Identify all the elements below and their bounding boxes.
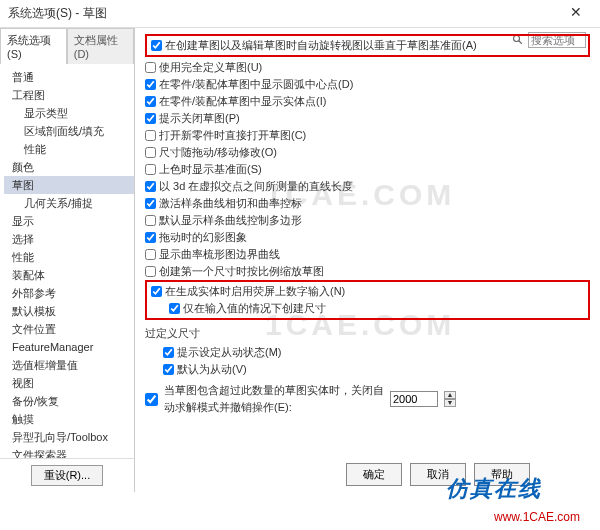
checkbox-fully-defined-sketch[interactable] <box>145 62 156 73</box>
option-label: 拖动时的幻影图象 <box>159 229 247 246</box>
window-title: 系统选项(S) - 草图 <box>8 5 107 22</box>
watermark-url: www.1CAE.com <box>494 510 580 524</box>
tabs: 系统选项(S) 文档属性(D) <box>0 28 134 64</box>
option-label: 创建第一个尺寸时按比例缩放草图 <box>159 263 324 280</box>
option-label: 当草图包含超过此数量的草图实体时，关闭自 <box>164 382 384 399</box>
option-label: 默认显示样条曲线控制多边形 <box>159 212 302 229</box>
option-label: 尺寸随拖动/移动修改(O) <box>159 144 277 161</box>
option-label: 打开新零件时直接打开草图(C) <box>159 127 306 144</box>
checkbox-default-driven[interactable] <box>163 364 174 375</box>
tree-item[interactable]: 显示 <box>4 212 134 230</box>
checkbox-entity-points[interactable] <box>145 96 156 107</box>
help-button[interactable]: 帮助 <box>474 463 530 486</box>
tree-item[interactable]: 视图 <box>4 374 134 392</box>
checkbox-scale-sketch-first-dim[interactable] <box>145 266 156 277</box>
tree-item[interactable]: 普通 <box>4 68 134 86</box>
checkbox-prompt-close-sketch[interactable] <box>145 113 156 124</box>
option-label: 动求解模式并撤销操作(E): <box>164 399 384 416</box>
tree-item[interactable]: 触摸 <box>4 410 134 428</box>
tree-item[interactable]: FeatureManager <box>4 338 134 356</box>
tree-item[interactable]: 文件位置 <box>4 320 134 338</box>
tree-item[interactable]: 性能 <box>4 140 134 158</box>
tab-system-options[interactable]: 系统选项(S) <box>0 28 67 64</box>
checkbox-curvature-comb-bounds[interactable] <box>145 249 156 260</box>
checkbox-prompt-set-driven[interactable] <box>163 347 174 358</box>
option-label: 在生成实体时启用荧屏上数字输入(N) <box>165 283 345 300</box>
tree-item[interactable]: 默认模板 <box>4 302 134 320</box>
checkbox-create-dim-only-on-input[interactable] <box>169 303 180 314</box>
checkbox-numeric-input-on-screen[interactable] <box>151 286 162 297</box>
tree-item[interactable]: 工程图 <box>4 86 134 104</box>
tree-item[interactable]: 区域剖面线/填充 <box>4 122 134 140</box>
option-label: 在零件/装配体草图中显示圆弧中心点(D) <box>159 76 353 93</box>
checkbox-spline-tangent-handles[interactable] <box>145 198 156 209</box>
reset-button[interactable]: 重设(R)... <box>31 465 103 486</box>
tree-item[interactable]: 颜色 <box>4 158 134 176</box>
checkbox-arc-centerpoints[interactable] <box>145 79 156 90</box>
tree-item[interactable]: 文件探索器 <box>4 446 134 458</box>
checkbox-auto-rotate-view[interactable] <box>151 40 162 51</box>
checkbox-ghost-image-on-drag[interactable] <box>145 232 156 243</box>
option-label: 提示关闭草图(P) <box>159 110 240 127</box>
tree-item[interactable]: 选择 <box>4 230 134 248</box>
tree-item[interactable]: 选值框增量值 <box>4 356 134 374</box>
option-label: 在零件/装配体草图中显示实体点(I) <box>159 93 326 110</box>
checkbox-3d-virtual-sharp-length[interactable] <box>145 181 156 192</box>
spinner-up-icon[interactable]: ▲ <box>444 391 456 399</box>
tree-item[interactable]: 异型孔向导/Toolbox <box>4 428 134 446</box>
checkbox-spline-control-polygon[interactable] <box>145 215 156 226</box>
category-tree: 普通工程图显示类型区域剖面线/填充性能颜色草图几何关系/捕捉显示选择性能装配体外… <box>0 64 134 458</box>
option-label: 在创建草图以及编辑草图时自动旋转视图以垂直于草图基准面(A) <box>165 37 477 54</box>
tree-item[interactable]: 性能 <box>4 248 134 266</box>
spinner-down-icon[interactable]: ▼ <box>444 399 456 407</box>
tree-item[interactable]: 备份/恢复 <box>4 392 134 410</box>
tree-item[interactable]: 显示类型 <box>4 104 134 122</box>
option-label: 仅在输入值的情况下创建尺寸 <box>183 300 326 317</box>
option-label: 激活样条曲线相切和曲率控标 <box>159 195 302 212</box>
option-label: 提示设定从动状态(M) <box>177 344 282 361</box>
option-label: 默认为从动(V) <box>177 361 247 378</box>
checkbox-display-plane-shaded[interactable] <box>145 164 156 175</box>
tree-item[interactable]: 几何关系/捕捉 <box>4 194 134 212</box>
tree-item[interactable]: 草图 <box>4 176 134 194</box>
section-overdefined-dims: 过定义尺寸 <box>145 325 590 342</box>
tree-item[interactable]: 装配体 <box>4 266 134 284</box>
option-label: 上色时显示基准面(S) <box>159 161 262 178</box>
entity-count-input[interactable] <box>390 391 438 407</box>
option-label: 显示曲率梳形图边界曲线 <box>159 246 280 263</box>
close-icon[interactable]: ✕ <box>560 4 592 24</box>
tree-item[interactable]: 外部参考 <box>4 284 134 302</box>
cancel-button[interactable]: 取消 <box>410 463 466 486</box>
tab-document-properties[interactable]: 文档属性(D) <box>67 28 134 64</box>
ok-button[interactable]: 确定 <box>346 463 402 486</box>
checkbox-open-sketch-new-part[interactable] <box>145 130 156 141</box>
checkbox-auto-solve-threshold[interactable] <box>145 393 158 406</box>
option-label: 以 3d 在虚拟交点之间所测量的直线长度 <box>159 178 353 195</box>
checkbox-override-dims-on-drag[interactable] <box>145 147 156 158</box>
option-label: 使用完全定义草图(U) <box>159 59 262 76</box>
